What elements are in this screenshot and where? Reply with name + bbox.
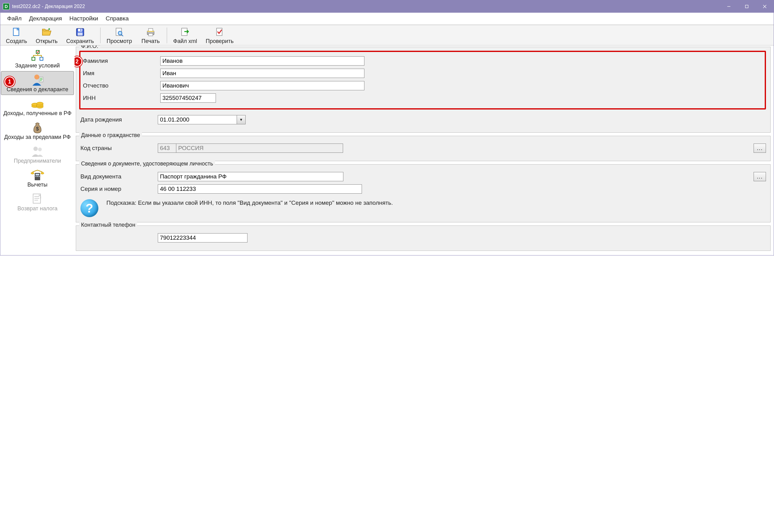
main-split: Задание условий 1 Сведения о декларанте … [0, 45, 774, 255]
annotation-badge-1: 1 [4, 76, 15, 87]
close-icon [763, 5, 767, 8]
country-code-input[interactable] [158, 144, 176, 153]
form-area: Ф.И.О. 2 Фамилия Имя Отчество ИНН [75, 45, 774, 255]
dob-label: Дата рождения [80, 116, 158, 123]
titlebar: test2022.dc2 - Декларация 2022 [0, 0, 774, 13]
close-button[interactable] [756, 0, 774, 13]
toolbar-open-label: Открыть [36, 38, 58, 45]
folder-open-icon [41, 27, 52, 37]
toolbar-check[interactable]: Проверить [201, 26, 238, 45]
app-icon [3, 3, 10, 10]
svg-rect-4 [78, 32, 83, 36]
svg-rect-0 [746, 5, 748, 8]
inn-input[interactable] [160, 93, 216, 103]
menu-help[interactable]: Справка [102, 15, 132, 23]
group-contact: Контактный телефон [76, 225, 771, 251]
maximize-icon [745, 5, 749, 8]
svg-point-26 [38, 148, 42, 151]
window-title: test2022.dc2 - Декларация 2022 [12, 4, 85, 9]
toolbar-preview-label: Просмотр [107, 38, 132, 45]
toolbar-preview[interactable]: Просмотр [102, 26, 136, 45]
people-icon [30, 145, 45, 158]
sidebar-deductions-label: Вычеты [28, 182, 48, 188]
sidebar-item-declarant[interactable]: 1 Сведения о декларанте [1, 71, 74, 95]
country-browse-button[interactable]: ... [754, 144, 766, 153]
sidebar-income-abroad-label: Доходы за пределами РФ [4, 134, 71, 140]
series-label: Серия и номер [80, 186, 158, 192]
doc-type-input[interactable] [158, 172, 343, 181]
toolbar-print[interactable]: Печать [136, 26, 165, 45]
sidebar-item-deductions[interactable]: Вычеты [1, 166, 74, 190]
toolbar-create-label: Создать [6, 38, 27, 45]
document-icon [30, 192, 45, 205]
group-fio: Ф.И.О. 2 Фамилия Имя Отчество ИНН [76, 47, 771, 133]
menu-declaration[interactable]: Декларация [26, 15, 65, 23]
svg-rect-15 [32, 57, 35, 60]
svg-rect-9 [148, 28, 153, 31]
svg-point-23 [37, 102, 43, 105]
minimize-button[interactable] [720, 0, 738, 13]
patronymic-label: Отчество [83, 82, 160, 89]
hint-text: Подсказка: Если вы указали свой ИНН, то … [106, 199, 393, 207]
svg-point-25 [33, 147, 38, 151]
doc-type-label: Вид документа [80, 173, 158, 180]
money-bag-icon: $ [30, 121, 45, 134]
sidebar-declarant-label: Сведения о декларанте [6, 86, 68, 93]
check-icon [214, 27, 225, 37]
name-input[interactable] [160, 69, 364, 78]
minimize-icon [727, 5, 731, 8]
svg-rect-10 [148, 33, 153, 36]
toolbar-file-xml[interactable]: Файл xml [169, 26, 201, 45]
svg-rect-5 [80, 29, 81, 31]
dob-input[interactable] [158, 115, 237, 124]
dob-dropdown-button[interactable]: ▼ [237, 115, 246, 124]
doc-type-browse-button[interactable]: ... [754, 172, 766, 181]
sidebar-item-entrepreneurs[interactable]: Предприниматели [1, 143, 74, 166]
toolbar-print-label: Печать [141, 38, 160, 45]
toolbar-create[interactable]: Создать [2, 26, 31, 45]
name-label: Имя [83, 70, 160, 77]
group-identity: Сведения о документе, удостоверяющем лич… [76, 164, 771, 222]
svg-point-7 [118, 31, 122, 35]
print-icon [145, 27, 156, 37]
sidebar: Задание условий 1 Сведения о декларанте … [0, 45, 75, 255]
save-icon [75, 27, 85, 37]
window-controls [720, 0, 774, 13]
patronymic-input[interactable] [160, 81, 364, 90]
svg-point-32 [31, 172, 34, 174]
svg-point-33 [41, 172, 44, 174]
svg-rect-31 [39, 176, 40, 177]
surname-input[interactable] [160, 56, 364, 66]
sidebar-item-tax-return[interactable]: Возврат налога [1, 190, 74, 214]
svg-rect-28 [36, 174, 39, 175]
toolbar-save-label: Сохранить [66, 38, 94, 45]
annotation-box-2: 2 Фамилия Имя Отчество ИНН [79, 51, 766, 109]
coins-icon [30, 97, 45, 110]
menu-file[interactable]: Файл [4, 15, 25, 23]
country-name-input[interactable] [176, 144, 343, 153]
sidebar-entrepreneurs-label: Предприниматели [14, 158, 61, 164]
menu-settings[interactable]: Настройки [66, 15, 101, 23]
ellipsis-icon: ... [757, 173, 763, 180]
sidebar-item-conditions[interactable]: Задание условий [1, 47, 74, 71]
sidebar-tax-return-label: Возврат налога [17, 205, 57, 212]
sidebar-income-rf-label: Доходы, полученные в РФ [3, 110, 71, 117]
svg-rect-11 [147, 31, 154, 32]
toolbar-separator [100, 28, 101, 43]
help-icon: ? [80, 199, 98, 217]
toolbar-save[interactable]: Сохранить [62, 26, 98, 45]
chevron-down-icon: ▼ [239, 118, 243, 122]
maximize-button[interactable] [738, 0, 756, 13]
series-input[interactable] [158, 184, 362, 194]
surname-label: Фамилия [83, 58, 160, 64]
toolbar-open[interactable]: Открыть [31, 26, 62, 45]
preview-icon [114, 27, 125, 37]
group-contact-legend: Контактный телефон [79, 222, 137, 228]
phone-input[interactable] [158, 233, 247, 242]
svg-text:$: $ [36, 126, 39, 131]
group-citizenship-legend: Данные о гражданстве [79, 132, 142, 139]
annotation-badge-2: 2 [75, 56, 82, 67]
sidebar-item-income-abroad[interactable]: $ Доходы за пределами РФ [1, 119, 74, 143]
sidebar-conditions-label: Задание условий [15, 62, 60, 69]
sidebar-item-income-rf[interactable]: Доходы, полученные в РФ [1, 95, 74, 119]
